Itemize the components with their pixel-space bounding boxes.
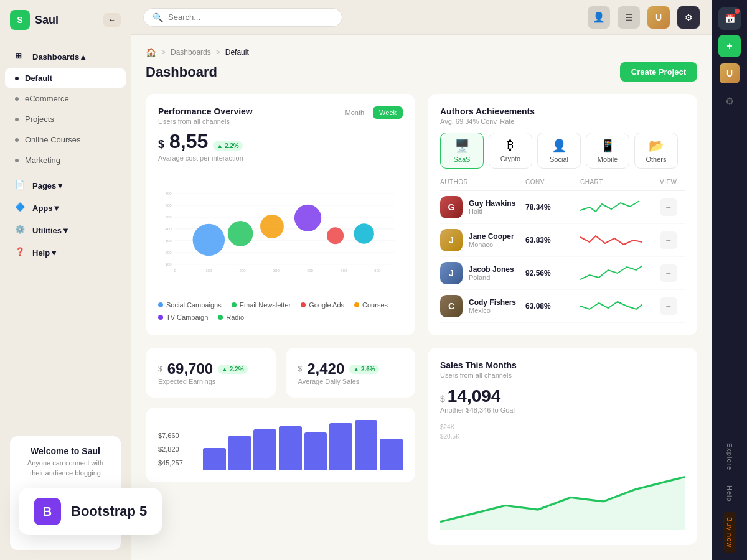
author-tab-social[interactable]: 👤 Social [537, 133, 581, 169]
currency-earnings: $ [158, 365, 162, 373]
bubble-chart-svg: 700 600 500 400 300 200 100 0 100 200 30… [158, 169, 403, 294]
performance-label: Avarage cost per interaction [158, 154, 403, 162]
tab-week[interactable]: Week [373, 106, 403, 119]
nav-dot [15, 159, 19, 162]
breadcrumb-sep1: > [161, 48, 166, 57]
main-content: 🔍 👤 ☰ U ⚙ 🏠 > Dashboards > Default [131, 0, 712, 560]
explore-tab[interactable]: Explore [723, 438, 736, 475]
sidebar-item-label: Help [32, 248, 50, 258]
authors-header: Authors Achievements Avg. 69.34% Conv. R… [440, 106, 685, 125]
nav-dot [15, 118, 19, 121]
view-button-jane[interactable]: → [660, 231, 677, 249]
sidebar-item-label: Online Courses [25, 135, 81, 144]
svg-point-31 [294, 205, 321, 231]
add-button[interactable]: + [718, 35, 741, 57]
plus-icon: + [726, 40, 732, 52]
sales-line-chart [440, 465, 685, 530]
sidebar-item-label: Utilities [32, 226, 62, 235]
legend-dot-google [301, 302, 306, 307]
search-box[interactable]: 🔍 [143, 8, 342, 27]
tab-month[interactable]: Month [339, 106, 371, 119]
conv-cody: 63.08% [525, 302, 575, 310]
buy-now-tab[interactable]: Buy now [723, 512, 736, 553]
author-name-guy: Guy Hawkins [469, 199, 515, 208]
sidebar-item-label: Apps [32, 203, 53, 213]
sidebar-nav: ⊞ Dashboards ▲ Default eCommerce Project… [0, 40, 131, 426]
svg-text:200: 200 [239, 268, 246, 273]
sidebar-header: S Saul ← [0, 0, 131, 40]
currency-symbol: $ [158, 138, 164, 151]
author-tab-crypto[interactable]: ₿ Crypto [489, 133, 532, 169]
others-icon: 📂 [649, 138, 664, 153]
menu-button[interactable]: ☰ [618, 6, 640, 29]
sidebar-item-label: eCommerce [25, 94, 69, 103]
conv-jane: 63.83% [525, 236, 575, 245]
legend-dot-social [158, 302, 163, 307]
author-tab-saas[interactable]: 🖥️ SaaS [440, 133, 484, 169]
bottom-grid: $ 69,700 ▲ 2.2% Expected Earnings $ 2,42… [146, 348, 697, 545]
sidebar-item-apps[interactable]: 🔷 Apps ▼ [5, 197, 126, 218]
author-tab-mobile[interactable]: 📱 Mobile [586, 133, 629, 169]
daily-sales-badge: ▲ 2.6% [349, 365, 378, 374]
svg-text:300: 300 [166, 238, 172, 243]
search-icon: 🔍 [153, 12, 163, 22]
page-title: Dashboard [146, 64, 217, 80]
legend-dot-radio [218, 315, 223, 320]
view-button-guy[interactable]: → [660, 198, 677, 216]
earnings-badge: ▲ 2.2% [218, 365, 247, 374]
mini-chart-jane [580, 231, 642, 250]
avatar-initial: U [655, 12, 662, 22]
notification-button[interactable]: 👤 [588, 6, 610, 29]
mobile-label: Mobile [598, 156, 618, 163]
mobile-icon: 📱 [600, 138, 616, 153]
avatar-jacob: J [440, 262, 463, 284]
conv-guy: 78.34% [525, 203, 575, 212]
sidebar-back-button[interactable]: ← [103, 13, 121, 27]
authors-tabs: 🖥️ SaaS ₿ Crypto 👤 Social 📱 Mobile [440, 133, 685, 169]
settings-icon-right[interactable]: ⚙ [718, 90, 741, 112]
sidebar-item-default[interactable]: Default [5, 68, 126, 88]
bar-7 [355, 420, 378, 470]
nav-dot [15, 97, 19, 101]
sidebar-item-utilities[interactable]: ⚙️ Utilities ▼ [5, 220, 126, 241]
author-country-guy: Haiti [469, 208, 515, 215]
sidebar-item-projects[interactable]: Projects [5, 110, 126, 129]
author-info-guy: G Guy Hawkins Haiti [440, 196, 520, 218]
user-profile-button[interactable]: U [718, 62, 741, 85]
sidebar-item-ecommerce[interactable]: eCommerce [5, 89, 126, 108]
authors-table-header: AUTHOR CONV. CHART VIEW [440, 176, 685, 191]
breadcrumb: 🏠 > Dashboards > Default [146, 47, 697, 57]
svg-text:600: 600 [166, 203, 172, 207]
author-name-cody: Cody Fishers [469, 298, 516, 307]
sidebar-item-marketing[interactable]: Marketing [5, 151, 126, 170]
view-button-cody[interactable]: → [660, 297, 677, 315]
view-button-jacob[interactable]: → [660, 264, 677, 282]
performance-tabs: Month Week [339, 106, 403, 119]
sidebar-item-pages[interactable]: 📄 Pages ▼ [5, 175, 126, 196]
breadcrumb-sep2: > [216, 48, 220, 57]
calendar-button[interactable]: 📅 [718, 7, 741, 30]
bar-1 [203, 448, 226, 470]
sidebar-item-help[interactable]: ❓ Help ▼ [5, 242, 126, 263]
author-tab-others[interactable]: 📂 Others [634, 133, 678, 169]
author-country-jacob: Poland [469, 274, 514, 281]
table-row: J Jane Cooper Monaco 63.83% → [440, 224, 685, 257]
others-label: Others [646, 156, 666, 163]
earnings-label: Expected Earnings [158, 378, 263, 385]
chart-legend: Social Campaigns Email Newsletter Google… [158, 301, 403, 321]
legend-label-email: Email Newsletter [240, 301, 291, 309]
pages-icon: 📄 [15, 180, 26, 191]
sidebar-item-dashboards[interactable]: ⊞ Dashboards ▲ [5, 46, 126, 67]
breadcrumb-dashboards[interactable]: Dashboards [171, 48, 211, 57]
social-label: Social [550, 156, 568, 163]
calendar-icon: 📅 [725, 14, 735, 24]
sidebar-item-online-courses[interactable]: Online Courses [5, 130, 126, 149]
search-input[interactable] [168, 12, 333, 22]
settings-button[interactable]: ⚙ [677, 6, 700, 29]
help-tab[interactable]: Help [723, 480, 736, 507]
sidebar-item-label: Pages [32, 181, 56, 190]
svg-text:300: 300 [273, 268, 280, 273]
avatar[interactable]: U [647, 6, 670, 29]
bootstrap-badge: B Bootstrap 5 [131, 488, 162, 535]
create-project-button[interactable]: Create Project [620, 62, 697, 82]
